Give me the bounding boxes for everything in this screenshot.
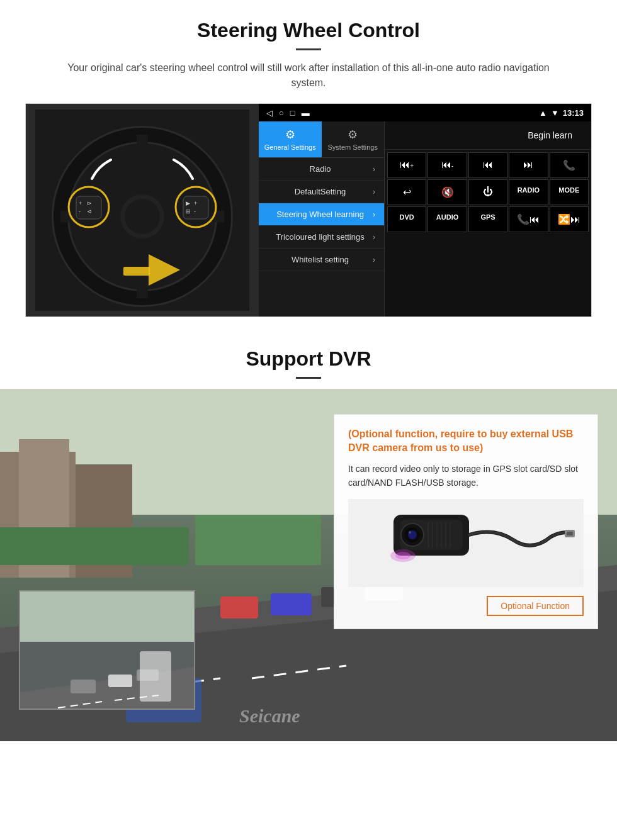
begin-learn-button[interactable]: Begin learn — [518, 126, 582, 144]
svg-text:Seicane: Seicane — [239, 705, 300, 726]
svg-point-8 — [125, 199, 160, 234]
square-icon: □ — [290, 108, 295, 118]
settings-menu: ⚙ General Settings ⚙ System Settings Rad… — [259, 121, 385, 316]
home-icon: ○ — [279, 108, 284, 118]
radio-chevron: › — [373, 165, 375, 174]
svg-rect-46 — [108, 675, 132, 687]
page-title: Steering Wheel Control — [25, 19, 592, 42]
dvr-divider — [296, 377, 321, 379]
ctrl-vol-up[interactable]: ⏮+ — [387, 152, 426, 178]
default-chevron: › — [373, 188, 375, 196]
ctrl-next[interactable]: ⏭ — [509, 152, 548, 178]
svg-text:+: + — [79, 200, 82, 206]
settings-body: ⚙ General Settings ⚙ System Settings Rad… — [259, 121, 591, 316]
menu-item-tricoloured[interactable]: Tricoloured light settings › — [259, 226, 384, 249]
dvr-optional-title: (Optional function, require to buy exter… — [348, 427, 584, 456]
android-statusbar: ◁ ○ □ ▬ ▲ ▼ 13:13 — [259, 104, 591, 121]
status-icons-left: ◁ ○ □ ▬ — [266, 108, 310, 118]
tab-general-settings[interactable]: ⚙ General Settings — [259, 121, 322, 158]
dvr-thumbnail — [19, 590, 195, 710]
svg-rect-40 — [20, 591, 195, 642]
menu-item-steering-wheel[interactable]: Steering Wheel learning › — [259, 203, 384, 226]
ctrl-call[interactable]: 📞 — [550, 152, 589, 178]
ctrl-prev[interactable]: ⏮ — [468, 152, 507, 178]
dvr-background: Seicane — [0, 389, 617, 741]
control-grid-row1: ⏮+ ⏮- ⏮ ⏭ 📞 ↩ 🔇 ⏻ RADIO MODE DVD AUDIO G… — [385, 150, 591, 235]
dvr-section: Support DVR — [0, 330, 617, 741]
ctrl-shuffle-next[interactable]: 🔀⏭ — [550, 206, 589, 232]
ctrl-power[interactable]: ⏻ — [468, 179, 507, 205]
signal-icon: ▲ — [539, 108, 547, 118]
tab-system-settings[interactable]: ⚙ System Settings — [322, 121, 385, 158]
wifi-icon: ▼ — [551, 108, 559, 118]
ui-mockup: + - ⊳ ⊲ ▶ ⊞ + - ◁ ○ — [25, 103, 592, 317]
begin-learn-row: Begin learn — [385, 121, 591, 150]
dvr-info-card: (Optional function, require to buy exter… — [334, 414, 598, 629]
tricoloured-label: Tricoloured light settings — [268, 232, 373, 242]
gear-icon: ⚙ — [285, 128, 295, 142]
ctrl-audio[interactable]: AUDIO — [427, 206, 467, 232]
steering-section: Steering Wheel Control Your original car… — [0, 0, 617, 330]
svg-rect-28 — [195, 515, 321, 565]
menu-item-default[interactable]: DefaultSetting › — [259, 181, 384, 203]
android-screen: ◁ ○ □ ▬ ▲ ▼ 13:13 ⚙ — [259, 104, 591, 316]
svg-text:-: - — [79, 208, 81, 215]
svg-text:+: + — [194, 200, 197, 206]
ctrl-hangup[interactable]: ↩ — [387, 179, 426, 205]
svg-rect-22 — [123, 267, 150, 276]
svg-text:▶: ▶ — [186, 200, 190, 206]
dvr-camera-illustration — [348, 499, 584, 587]
svg-rect-34 — [271, 593, 312, 615]
dvr-description: It can record video only to storage in G… — [348, 462, 584, 490]
menu-item-radio[interactable]: Radio › — [259, 158, 384, 181]
svg-text:-: - — [194, 208, 196, 215]
svg-rect-45 — [71, 680, 96, 693]
optional-function-button[interactable]: Optional Function — [487, 596, 584, 616]
ctrl-dvd[interactable]: DVD — [387, 206, 426, 232]
menu-icon: ▬ — [302, 108, 310, 118]
dvr-title: Support DVR — [0, 347, 617, 371]
ctrl-gps[interactable]: GPS — [468, 206, 507, 232]
svg-text:⊞: ⊞ — [186, 208, 191, 215]
steering-description: Your original car's steering wheel contr… — [50, 60, 567, 91]
steering-wheel-label: Steering Wheel learning — [268, 210, 373, 219]
default-label: DefaultSetting — [268, 187, 373, 196]
title-divider — [296, 48, 321, 50]
tab-system-label: System Settings — [328, 143, 378, 151]
svg-rect-33 — [220, 596, 258, 619]
svg-rect-62 — [567, 532, 573, 535]
ctrl-vol-down[interactable]: ⏮- — [427, 152, 467, 178]
system-icon: ⚙ — [348, 128, 358, 142]
tricoloured-chevron: › — [373, 233, 375, 242]
tab-general-label: General Settings — [264, 143, 316, 151]
menu-item-whitelist[interactable]: Whitelist setting › — [259, 249, 384, 271]
steering-photo: + - ⊳ ⊲ ▶ ⊞ + - — [26, 104, 259, 316]
settings-header: ⚙ General Settings ⚙ System Settings — [259, 121, 384, 158]
whitelist-chevron: › — [373, 255, 375, 264]
svg-point-54 — [409, 531, 411, 534]
svg-text:⊲: ⊲ — [87, 208, 92, 215]
svg-rect-27 — [0, 527, 189, 565]
back-icon: ◁ — [266, 108, 273, 118]
steering-wheel-chevron: › — [373, 210, 375, 219]
whitelist-label: Whitelist setting — [268, 255, 373, 264]
svg-point-64 — [395, 552, 410, 559]
dvr-title-area: Support DVR — [0, 330, 617, 379]
settings-right-panel: Begin learn ⏮+ ⏮- ⏮ ⏭ 📞 ↩ 🔇 ⏻ RADIO MODE — [385, 121, 591, 316]
dvr-road: Seicane — [0, 389, 617, 741]
ctrl-radio[interactable]: RADIO — [509, 179, 548, 205]
ctrl-call-prev[interactable]: 📞⏮ — [509, 206, 548, 232]
svg-text:⊳: ⊳ — [87, 200, 92, 206]
ctrl-mode[interactable]: MODE — [550, 179, 589, 205]
radio-label: Radio — [268, 164, 373, 174]
ctrl-mute[interactable]: 🔇 — [427, 179, 467, 205]
svg-rect-48 — [140, 651, 171, 702]
status-time: 13:13 — [563, 108, 584, 118]
